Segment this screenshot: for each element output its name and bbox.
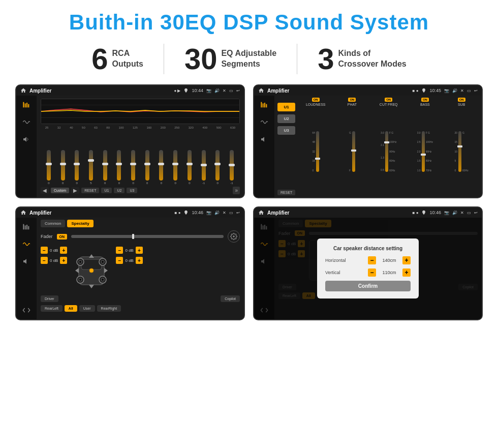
crossover-sidebar-wave[interactable] bbox=[258, 117, 270, 127]
horizontal-plus-btn[interactable]: + bbox=[402, 256, 411, 264]
eq-u1-btn[interactable]: U1 bbox=[101, 188, 112, 193]
fader-camera-icon: 📷 bbox=[206, 211, 211, 215]
location-icon bbox=[183, 88, 189, 93]
svg-marker-31 bbox=[104, 268, 108, 273]
svg-rect-13 bbox=[25, 225, 26, 229]
fader-back-icon[interactable]: ↩ bbox=[236, 211, 240, 215]
fader-btn-driver[interactable]: Driver bbox=[41, 295, 58, 302]
cutfreq-on-badge[interactable]: ON bbox=[385, 98, 392, 102]
svg-rect-14 bbox=[26, 225, 27, 229]
fader-slider-h[interactable] bbox=[71, 235, 224, 238]
confirm-button[interactable]: Confirm bbox=[325, 281, 411, 291]
eq-expand-btn[interactable]: » bbox=[233, 187, 240, 194]
fader-car-svg bbox=[71, 247, 112, 292]
crossover-camera-icon: 📷 bbox=[444, 88, 449, 93]
eq-u2-btn[interactable]: U2 bbox=[114, 188, 124, 193]
fader-left-controls: − 0 dB + − 0 dB + bbox=[41, 247, 67, 264]
eq-reset-btn[interactable]: RESET bbox=[81, 188, 99, 193]
channel-sub: ON SUB 20151050 G bbox=[444, 98, 479, 195]
eq-bottom-row: ◀ Custom ▶ RESET U1 U2 U3 » bbox=[41, 187, 240, 194]
crossover-home-icon bbox=[258, 87, 264, 94]
eq-sidebar-wave[interactable] bbox=[20, 117, 33, 127]
fader-lb-minus[interactable]: − bbox=[41, 257, 48, 264]
fader-home-icon bbox=[20, 210, 26, 216]
crossover-reset-area: RESET bbox=[277, 169, 295, 195]
fader-rt-minus[interactable]: − bbox=[116, 247, 123, 254]
crossover-sidebar-speaker[interactable] bbox=[258, 134, 270, 144]
eq-custom-btn[interactable]: Custom bbox=[51, 188, 69, 193]
horizontal-minus-btn[interactable]: − bbox=[368, 256, 376, 264]
fader-lt-minus[interactable]: − bbox=[41, 247, 48, 254]
fader-sidebar-arrows[interactable] bbox=[20, 305, 33, 315]
fader-sidebar-speaker[interactable] bbox=[20, 256, 33, 266]
fader-tab-specialty[interactable]: Specialty bbox=[67, 220, 93, 227]
fader-on-switch[interactable]: ON bbox=[57, 234, 68, 240]
eq-slider-8: 0 bbox=[159, 150, 163, 185]
svg-rect-10 bbox=[264, 103, 265, 107]
stats-row: 6 RCA Outputs 30 EQ Adjustable Segments … bbox=[15, 44, 483, 74]
vertical-minus-btn[interactable]: − bbox=[368, 268, 376, 277]
eq-next-btn[interactable]: ▶ bbox=[71, 187, 79, 194]
preset-u3-btn[interactable]: U3 bbox=[277, 126, 295, 135]
cutfreq-slider[interactable] bbox=[385, 131, 388, 172]
fader-rt-plus[interactable]: + bbox=[136, 247, 143, 254]
fader-btn-copilot[interactable]: Copilot bbox=[221, 295, 240, 302]
fader-tab-common[interactable]: Common bbox=[41, 220, 65, 227]
dialog-location-icon bbox=[421, 210, 426, 215]
fader-rb-plus[interactable]: + bbox=[136, 257, 143, 264]
preset-u1-btn[interactable]: U1 bbox=[277, 103, 295, 111]
sub-slider[interactable] bbox=[458, 131, 461, 172]
crossover-sidebar-eq[interactable] bbox=[258, 100, 270, 110]
loudness-slider[interactable] bbox=[316, 131, 319, 172]
stat-crossover-number: 3 bbox=[318, 44, 334, 74]
channel-loudness: ON LOUDNESS 644832160 bbox=[298, 98, 333, 195]
crossover-volume-icon: 🔊 bbox=[452, 88, 457, 93]
eq-sidebar-equalizer[interactable] bbox=[20, 100, 33, 110]
fader-bottom-buttons: Driver Copilot bbox=[41, 295, 240, 302]
eq-win-icon: ▭ bbox=[229, 88, 233, 93]
fader-sidebar-eq[interactable] bbox=[20, 222, 33, 232]
fader-lt-plus[interactable]: + bbox=[60, 247, 67, 254]
crossover-reset-btn[interactable]: RESET bbox=[277, 190, 295, 195]
crossover-sidebar bbox=[254, 96, 274, 197]
eq-back-icon[interactable]: ↩ bbox=[236, 88, 240, 93]
bass-slider[interactable] bbox=[422, 131, 425, 172]
stat-rca-label2: Outputs bbox=[112, 59, 143, 70]
fader-btn-all[interactable]: All bbox=[65, 305, 77, 312]
fader-rb-minus[interactable]: − bbox=[116, 257, 123, 264]
eq-slider-6: 0 bbox=[131, 150, 135, 185]
fader-btn-user[interactable]: User bbox=[79, 305, 95, 312]
phat-slider[interactable] bbox=[352, 131, 355, 172]
svg-marker-30 bbox=[75, 268, 79, 273]
vertical-plus-btn[interactable]: + bbox=[402, 268, 411, 277]
preset-u2-btn[interactable]: U2 bbox=[277, 114, 295, 123]
eq-sidebar-speaker[interactable] bbox=[20, 134, 33, 144]
fader-btn-rearright[interactable]: RearRight bbox=[97, 305, 121, 312]
svg-rect-2 bbox=[26, 103, 27, 107]
loudness-on-badge[interactable]: ON bbox=[312, 98, 320, 102]
fader-right-bottom-db: − 0 dB + bbox=[116, 257, 142, 264]
eq-u3-btn[interactable]: U3 bbox=[127, 188, 137, 193]
dialog-back-icon[interactable]: ↩ bbox=[474, 211, 478, 215]
sub-on-badge[interactable]: ON bbox=[458, 98, 465, 102]
stat-rca-number: 6 bbox=[91, 44, 108, 74]
stat-eq-number: 30 bbox=[184, 44, 217, 74]
stat-eq-label1: EQ Adjustable bbox=[221, 48, 276, 59]
dialog-vertical-row: Vertical − 110cm + bbox=[325, 268, 411, 277]
fader-close-icon: ✕ bbox=[223, 211, 226, 215]
dialog-home-icon bbox=[258, 210, 264, 216]
phat-on-badge[interactable]: ON bbox=[348, 98, 356, 102]
fader-lb-plus[interactable]: + bbox=[60, 257, 67, 264]
crossover-status-bar: Amplifier ■ ● 10:45 📷 🔊 ✕ ▭ ↩ bbox=[254, 85, 482, 96]
eq-prev-btn[interactable]: ◀ bbox=[41, 187, 49, 194]
crossover-back-icon[interactable]: ↩ bbox=[474, 88, 478, 93]
fader-indicator: ■ ● bbox=[175, 211, 181, 215]
svg-point-26 bbox=[101, 278, 104, 281]
fader-sidebar-wave[interactable] bbox=[20, 239, 33, 249]
sub-label: SUB bbox=[458, 103, 465, 106]
bass-on-badge[interactable]: ON bbox=[421, 98, 429, 102]
fader-settings-icon[interactable] bbox=[228, 230, 240, 243]
eq-slider-10: 0 bbox=[188, 150, 192, 185]
eq-curve-area bbox=[41, 99, 240, 124]
fader-btn-rearleft[interactable]: RearLeft bbox=[41, 305, 63, 312]
